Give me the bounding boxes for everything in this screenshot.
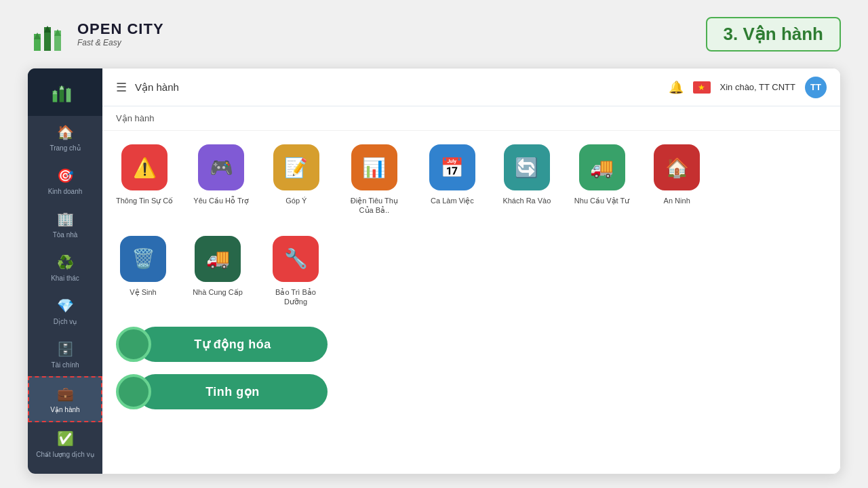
logo-subtitle: Fast & Easy	[77, 38, 164, 47]
icon-item-gop-y[interactable]: 📝Góp Ý	[269, 144, 323, 216]
nhu-cau-vat-tu-label: Nhu Cầu Vật Tư	[574, 196, 629, 205]
dich-vu-icon: 💎	[56, 296, 75, 315]
sidebar-item-khai-thac[interactable]: ♻️ Khai thác	[28, 246, 102, 289]
ve-sinh-icon: 🗑️	[120, 236, 166, 282]
topbar-title: Vận hành	[135, 81, 179, 94]
content-area: ☰ Vận hành 🔔 ★ Xin chào, TT CNTT TT Vận …	[102, 68, 840, 474]
khach-ra-vao-label: Khách Ra Vào	[502, 196, 551, 205]
icon-grid-row2: 🗑️Vệ Sinh🚚Nhà Cung Cấp🔧Bảo Trì Bảo Dưỡng	[116, 236, 827, 307]
kinh-doanh-label: Kinh doanh	[48, 188, 83, 196]
logo-text-area: OPEN CITY Fast & Easy	[77, 20, 164, 47]
content-scroll: ⚠️Thông Tin Sự Cố🎮Yêu Cầu Hỗ Trợ📝Góp Ý📊Đ…	[102, 131, 840, 474]
icon-grid-row1: ⚠️Thông Tin Sự Cố🎮Yêu Cầu Hỗ Trợ📝Góp Ý📊Đ…	[116, 144, 827, 216]
sidebar-logo	[28, 68, 102, 116]
chat-luong-icon: ✅	[56, 429, 75, 448]
automation-section: Tự động hóa Tinh gọn	[116, 327, 827, 409]
auto-btn-row-1: Tự động hóa	[116, 327, 827, 362]
auto-circle-1	[116, 327, 151, 362]
icon-item-bao-tri-bao-duong[interactable]: 🔧Bảo Trì Bảo Dưỡng	[265, 236, 326, 307]
van-hanh-label: Vận hành	[50, 406, 79, 414]
khai-thac-icon: ♻️	[56, 253, 75, 272]
dien-tieu-thu-icon: 📊	[351, 144, 397, 190]
logo-title: OPEN CITY	[77, 20, 164, 38]
ve-sinh-label: Vệ Sinh	[130, 287, 156, 297]
outer-header: OPEN CITY Fast & Easy 3. Vận hành	[0, 0, 868, 68]
nha-cung-cap-icon: 🚚	[195, 236, 241, 282]
ca-lam-viec-icon: 📅	[429, 144, 475, 190]
sidebar-item-van-hanh[interactable]: 💼 Vận hành	[28, 376, 102, 422]
topbar: ☰ Vận hành 🔔 ★ Xin chào, TT CNTT TT	[102, 68, 840, 106]
tu-dong-hoa-button[interactable]: Tự động hóa	[138, 327, 328, 362]
nha-cung-cap-label: Nhà Cung Cấp	[193, 287, 243, 297]
khach-ra-vao-icon: 🔄	[504, 144, 550, 190]
hamburger-icon[interactable]: ☰	[116, 80, 127, 95]
trang-chu-icon: 🏠	[56, 123, 75, 142]
icon-item-nha-cung-cap[interactable]: 🚚Nhà Cung Cấp	[191, 236, 245, 307]
sidebar: 🏠 Trang chủ 🎯 Kinh doanh 🏢 Tòa nhà ♻️ Kh…	[28, 68, 102, 474]
tai-chinh-icon: 🗄️	[56, 340, 75, 359]
kinh-doanh-icon: 🎯	[56, 166, 75, 185]
ca-lam-viec-label: Ca Làm Việc	[431, 196, 474, 205]
user-greeting: Xin chào, TT CNTT	[720, 82, 796, 92]
sidebar-item-tai-chinh[interactable]: 🗄️ Tài chính	[28, 333, 102, 376]
an-ninh-label: An Ninh	[664, 196, 690, 205]
auto-circle-2	[116, 374, 151, 409]
tinh-gon-button[interactable]: Tinh gọn	[138, 374, 328, 409]
khai-thac-label: Khai thác	[51, 274, 79, 283]
icon-item-nhu-cau-vat-tu[interactable]: 🚚Nhu Cầu Vật Tư	[574, 144, 629, 216]
sidebar-item-toa-nha[interactable]: 🏢 Tòa nhà	[28, 203, 102, 246]
icon-item-thong-tin-su-co[interactable]: ⚠️Thông Tin Sự Cố	[116, 144, 173, 216]
auto-btn-row-2: Tinh gọn	[116, 374, 827, 409]
thong-tin-su-co-icon: ⚠️	[121, 144, 167, 190]
gop-y-label: Góp Ý	[285, 196, 307, 205]
icon-item-khach-ra-vao[interactable]: 🔄Khách Ra Vào	[500, 144, 554, 216]
nhu-cau-vat-tu-icon: 🚚	[579, 144, 625, 190]
sidebar-item-chat-luong[interactable]: ✅ Chất lượng dịch vụ	[28, 422, 102, 466]
tai-chinh-label: Tài chính	[51, 361, 79, 369]
chat-luong-label: Chất lượng dịch vụ	[36, 451, 94, 459]
topbar-left: ☰ Vận hành	[116, 80, 179, 95]
sidebar-item-trang-chu[interactable]: 🏠 Trang chủ	[28, 116, 102, 159]
toa-nha-label: Tòa nhà	[53, 231, 78, 239]
trang-chu-label: Trang chủ	[50, 144, 80, 152]
van-hanh-icon: 💼	[56, 384, 75, 403]
yeu-cau-ho-tro-label: Yêu Cầu Hỗ Trợ	[193, 196, 249, 205]
logo-area: OPEN CITY Fast & Easy	[27, 14, 164, 54]
avatar[interactable]: TT	[805, 77, 827, 98]
icon-item-yeu-cau-ho-tro[interactable]: 🎮Yêu Cầu Hỗ Trợ	[193, 144, 249, 216]
dich-vu-label: Dịch vụ	[54, 318, 77, 326]
toa-nha-icon: 🏢	[56, 209, 75, 228]
language-flag-icon[interactable]: ★	[693, 81, 711, 94]
yeu-cau-ho-tro-icon: 🎮	[198, 144, 244, 190]
logo-icon	[27, 14, 68, 54]
sidebar-item-dich-vu[interactable]: 💎 Dịch vụ	[28, 289, 102, 333]
icon-item-ve-sinh[interactable]: 🗑️Vệ Sinh	[116, 236, 170, 307]
bao-tri-bao-duong-icon: 🔧	[273, 236, 319, 282]
outer-page-title: 3. Vận hành	[706, 17, 841, 52]
breadcrumb: Vận hành	[102, 106, 840, 131]
thong-tin-su-co-label: Thông Tin Sự Cố	[116, 196, 173, 205]
an-ninh-icon: 🏠	[654, 144, 700, 190]
dien-tieu-thu-label: Điện Tiêu Thụ Của Bả..	[344, 196, 405, 216]
sidebar-item-kinh-doanh[interactable]: 🎯 Kinh doanh	[28, 159, 102, 203]
notification-bell-icon[interactable]: 🔔	[669, 80, 684, 95]
icon-item-an-ninh[interactable]: 🏠An Ninh	[650, 144, 704, 216]
icon-item-ca-lam-viec[interactable]: 📅Ca Làm Việc	[425, 144, 479, 216]
main-window: 🏠 Trang chủ 🎯 Kinh doanh 🏢 Tòa nhà ♻️ Kh…	[27, 68, 841, 474]
gop-y-icon: 📝	[273, 144, 319, 190]
topbar-right: 🔔 ★ Xin chào, TT CNTT TT	[669, 77, 827, 98]
bao-tri-bao-duong-label: Bảo Trì Bảo Dưỡng	[265, 287, 326, 307]
icon-item-dien-tieu-thu[interactable]: 📊Điện Tiêu Thụ Của Bả..	[344, 144, 405, 216]
